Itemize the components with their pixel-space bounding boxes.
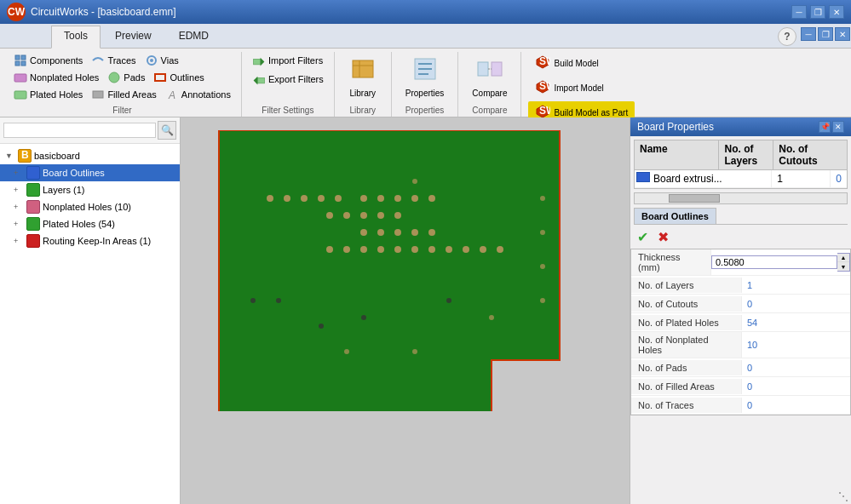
accept-action[interactable]: ✔ xyxy=(634,228,651,245)
minimize-button[interactable]: ─ xyxy=(791,5,807,19)
svg-point-75 xyxy=(540,264,545,269)
ribbon-vias[interactable]: Vias xyxy=(141,52,182,69)
build-model-label: Build Model xyxy=(554,59,598,68)
ribbon-import-model[interactable]: SW Import Model xyxy=(528,77,635,100)
nonplated-holes-value: 10 xyxy=(742,337,850,352)
search-input[interactable] xyxy=(3,123,156,138)
ribbon-library[interactable]: Library xyxy=(342,52,384,101)
ribbon-close-button[interactable]: ✕ xyxy=(835,27,850,41)
ribbon-properties[interactable]: Properties xyxy=(399,52,451,101)
svg-point-72 xyxy=(497,246,503,253)
board-properties-close[interactable]: ✕ xyxy=(832,121,844,133)
svg-rect-26 xyxy=(492,62,502,76)
tree-item-layers[interactable]: + Layers (1) xyxy=(0,181,180,198)
components-icon xyxy=(14,54,27,67)
svg-point-43 xyxy=(284,195,290,202)
tree-board-outlines-label: Board Outlines xyxy=(43,168,105,178)
app-logo: CW xyxy=(7,3,26,21)
ribbon-compare[interactable]: Compare xyxy=(465,52,514,101)
svg-rect-16 xyxy=(257,77,264,83)
ribbon-restore-button[interactable]: ❐ xyxy=(818,27,833,41)
prop-pads: No. of Pads 0 xyxy=(631,358,850,377)
tree-item-plated[interactable]: + Plated Holes (54) xyxy=(0,215,180,232)
thickness-up[interactable]: ▲ xyxy=(837,254,849,262)
board-outlines-header: Board Outlines xyxy=(634,208,716,224)
svg-rect-37 xyxy=(28,185,38,195)
ribbon-nonplated[interactable]: Nonplated Holes xyxy=(10,69,102,86)
ribbon-filled[interactable]: Filled Areas xyxy=(88,86,159,103)
canvas-area[interactable] xyxy=(181,117,630,504)
ribbon-export-filters[interactable]: Export Filters xyxy=(249,71,327,88)
svg-point-46 xyxy=(335,195,342,202)
annotations-label: Annotations xyxy=(181,89,231,100)
svg-point-44 xyxy=(301,195,308,202)
table-row[interactable]: Board extrusi... 1 0 xyxy=(635,170,847,188)
svg-marker-15 xyxy=(261,58,265,66)
pads-label: Pads xyxy=(124,72,145,83)
library-icon xyxy=(349,55,377,89)
compare-label: Compare xyxy=(472,89,507,98)
thickness-input-container: ▲ ▼ xyxy=(711,253,850,272)
svg-point-53 xyxy=(428,195,435,202)
help-button[interactable]: ? xyxy=(778,27,796,46)
board-properties-pin[interactable]: 📌 xyxy=(819,121,831,133)
properties-group-label: Properties xyxy=(399,106,451,117)
tree-root-label: basicboard xyxy=(34,151,80,161)
thickness-down[interactable]: ▼ xyxy=(837,262,849,271)
table-scrollbar[interactable] xyxy=(634,192,848,204)
search-bar: 🔍 xyxy=(0,117,180,144)
svg-point-70 xyxy=(463,246,469,253)
ribbon-outlines[interactable]: Outlines xyxy=(150,69,207,86)
filled-label: Filled Areas xyxy=(107,89,156,100)
svg-point-71 xyxy=(480,246,486,253)
thickness-label: Thickness (mm) xyxy=(631,249,711,275)
svg-point-65 xyxy=(411,246,418,253)
svg-rect-18 xyxy=(353,60,373,77)
reject-action[interactable]: ✖ xyxy=(654,228,671,245)
thickness-input[interactable] xyxy=(711,255,837,269)
svg-point-66 xyxy=(428,246,435,253)
close-button[interactable]: ✕ xyxy=(829,5,844,19)
ribbon-components[interactable]: Components xyxy=(10,52,86,69)
svg-marker-41 xyxy=(219,130,560,411)
col-layers: No. of Layers xyxy=(719,140,773,169)
tree-plated-label: Plated Holes (54) xyxy=(43,219,115,229)
tree-item-nonplated[interactable]: + Nonplated Holes (10) xyxy=(0,198,180,215)
ribbon-import-filters[interactable]: Import Filters xyxy=(249,52,326,69)
tree-root[interactable]: ▼ B basicboard xyxy=(0,147,180,164)
plated-icon xyxy=(14,88,27,101)
ribbon-traces[interactable]: Traces xyxy=(88,52,139,69)
ribbon-annotations[interactable]: A Annotations xyxy=(162,86,234,103)
ribbon-pads[interactable]: Pads xyxy=(104,69,148,86)
titlebar-controls: ─ ❐ ✕ xyxy=(791,5,844,19)
svg-point-85 xyxy=(412,349,417,354)
ribbon-plated[interactable]: Plated Holes xyxy=(10,86,86,103)
tree-item-routing[interactable]: + Routing Keep-In Areas (1) xyxy=(0,232,180,249)
filter-row3: Plated Holes Filled Areas A Annotations xyxy=(10,86,234,103)
svg-rect-14 xyxy=(254,59,261,64)
search-button[interactable]: 🔍 xyxy=(158,121,176,140)
tab-preview[interactable]: Preview xyxy=(102,26,164,48)
ribbon-build-model[interactable]: SW Build Model xyxy=(528,52,635,75)
tab-edmd[interactable]: EDMD xyxy=(166,26,221,48)
annotations-icon: A xyxy=(165,88,179,101)
restore-button[interactable]: ❐ xyxy=(810,5,825,19)
svg-point-77 xyxy=(412,179,417,184)
compare-items: Compare xyxy=(465,52,514,106)
ribbon-minimize-button[interactable]: ─ xyxy=(801,27,816,41)
tree-board-outlines-icon xyxy=(26,166,40,180)
tab-tools[interactable]: Tools xyxy=(51,26,101,49)
compare-icon xyxy=(476,55,503,89)
resize-handle[interactable]: ⋱ xyxy=(837,490,849,502)
tree-layers-label: Layers (1) xyxy=(43,185,85,195)
filter-row1: Components Traces Vias xyxy=(10,52,182,69)
col-cutouts: No. of Cutouts xyxy=(773,140,847,169)
filled-areas-label: No. of Filled Areas xyxy=(631,379,742,394)
right-panel: Board Properties 📌 ✕ Name No. of Layers … xyxy=(630,117,851,504)
thickness-spinner: ▲ ▼ xyxy=(837,253,850,272)
tree-item-board-outlines[interactable]: + Board Outlines xyxy=(0,164,180,181)
cutouts-value: 0 xyxy=(742,296,850,312)
svg-text:B: B xyxy=(21,150,29,161)
svg-point-83 xyxy=(489,315,494,320)
titlebar-title: CircuitWorks - [basicboard.emn] xyxy=(31,6,176,18)
